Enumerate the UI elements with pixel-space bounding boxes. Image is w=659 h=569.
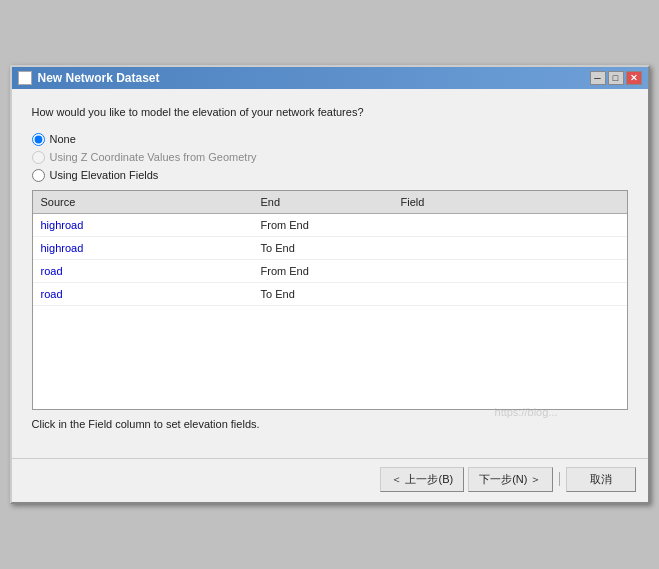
- row2-end: To End: [253, 240, 393, 256]
- header-end: End: [253, 194, 393, 210]
- radio-elev-label: Using Elevation Fields: [50, 169, 159, 181]
- row3-end: From End: [253, 263, 393, 279]
- header-source: Source: [33, 194, 253, 210]
- row4-source: road: [33, 286, 253, 302]
- radio-none-input[interactable]: [32, 133, 45, 146]
- back-button[interactable]: ＜ 上一步(B): [380, 467, 464, 492]
- row3-field[interactable]: [393, 263, 553, 279]
- row2-source: highroad: [33, 240, 253, 256]
- window-icon: [18, 71, 32, 85]
- header-field: Field: [393, 194, 553, 210]
- question-text: How would you like to model the elevatio…: [32, 105, 628, 120]
- footer-separator: [559, 472, 560, 486]
- radio-none[interactable]: None: [32, 133, 628, 146]
- table-row[interactable]: highroad To End: [33, 237, 627, 260]
- minimize-button[interactable]: ─: [590, 71, 606, 85]
- row3-source: road: [33, 263, 253, 279]
- window-title: New Network Dataset: [38, 71, 160, 85]
- radio-z-coord[interactable]: Using Z Coordinate Values from Geometry: [32, 151, 628, 164]
- maximize-button[interactable]: □: [608, 71, 624, 85]
- row4-field[interactable]: [393, 286, 553, 302]
- footer: ＜ 上一步(B) 下一步(N) ＞ 取消: [12, 458, 648, 502]
- radio-none-label: None: [50, 133, 76, 145]
- elevation-table: Source End Field highroad From End highr…: [32, 190, 628, 410]
- main-window: New Network Dataset ─ □ ✕ How would you …: [10, 65, 650, 503]
- table-row[interactable]: road From End: [33, 260, 627, 283]
- table-row[interactable]: road To End: [33, 283, 627, 306]
- radio-z-input[interactable]: [32, 151, 45, 164]
- title-bar: New Network Dataset ─ □ ✕: [12, 67, 648, 89]
- row1-end: From End: [253, 217, 393, 233]
- radio-elev-input[interactable]: [32, 169, 45, 182]
- row1-field[interactable]: [393, 217, 553, 233]
- radio-group: None Using Z Coordinate Values from Geom…: [32, 133, 628, 182]
- close-button[interactable]: ✕: [626, 71, 642, 85]
- radio-elevation-fields[interactable]: Using Elevation Fields: [32, 169, 628, 182]
- row4-end: To End: [253, 286, 393, 302]
- table-row[interactable]: highroad From End: [33, 214, 627, 237]
- row1-source: highroad: [33, 217, 253, 233]
- table-header: Source End Field: [33, 191, 627, 214]
- row2-field[interactable]: [393, 240, 553, 256]
- next-button[interactable]: 下一步(N) ＞: [468, 467, 552, 492]
- cancel-button[interactable]: 取消: [566, 467, 636, 492]
- hint-text: Click in the Field column to set elevati…: [32, 418, 628, 430]
- radio-z-label: Using Z Coordinate Values from Geometry: [50, 151, 257, 163]
